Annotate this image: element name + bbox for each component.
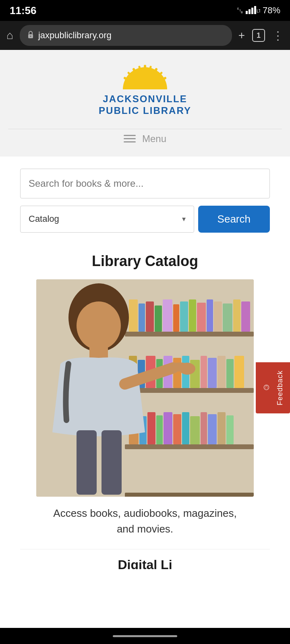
svg-rect-58 [218,412,226,444]
logo-text: JACKSONVILLE PUBLIC LIBRARY [99,93,191,117]
svg-rect-25 [163,299,172,332]
search-input[interactable] [21,169,269,198]
logo-container: JACKSONVILLE PUBLIC LIBRARY [99,62,191,117]
search-controls: Catalog ▾ Search [20,206,270,233]
nav-indicator [113,635,177,637]
search-input-wrapper [20,169,270,198]
svg-rect-46 [226,359,234,388]
svg-rect-56 [201,412,207,444]
svg-rect-59 [226,415,234,444]
svg-rect-52 [164,412,172,444]
main-content: Catalog ▾ Search Library Catalog [0,157,290,581]
svg-rect-20 [125,493,254,497]
new-tab-button[interactable]: + [238,29,245,42]
page-header: JACKSONVILLE PUBLIC LIBRARY Menu [0,50,290,157]
svg-rect-23 [146,301,154,332]
svg-rect-45 [218,356,226,388]
signal-icon: LTE+ [246,5,260,16]
catalog-image [36,279,254,497]
svg-rect-65 [102,430,122,495]
svg-rect-19 [125,444,254,449]
search-button[interactable]: Search [198,206,270,233]
catalog-section: Library Catalog [20,249,270,537]
svg-rect-2 [251,8,253,14]
svg-rect-27 [180,301,188,332]
svg-text:LTE+: LTE+ [257,9,260,13]
library-logo-icon [121,62,169,90]
svg-rect-18 [125,388,254,393]
svg-rect-22 [139,303,145,332]
svg-point-6 [30,35,31,37]
feedback-label: Feedback [276,370,284,405]
status-time: 11:56 [10,4,37,17]
svg-rect-21 [129,299,138,332]
svg-rect-53 [173,414,181,444]
svg-rect-33 [233,299,240,332]
svg-point-63 [179,363,195,375]
browser-controls: + 1 ⋮ [238,29,284,42]
svg-rect-29 [197,303,206,332]
catalog-select-text: Catalog [29,214,59,224]
svg-rect-34 [241,301,250,332]
catalog-title: Library Catalog [92,253,198,270]
svg-point-61 [77,301,121,350]
browser-chrome: ⌂ jaxpubliclibrary.org + 1 ⋮ [0,21,290,50]
svg-rect-43 [201,356,207,388]
svg-rect-24 [155,305,162,332]
library-scene-svg [36,279,254,497]
svg-rect-17 [125,332,254,336]
svg-rect-3 [254,6,256,14]
battery-indicator: 78% [263,5,280,16]
svg-rect-0 [246,11,248,14]
svg-rect-30 [207,299,213,332]
url-text: jaxpubliclibrary.org [38,30,112,41]
chevron-down-icon: ▾ [182,215,186,223]
svg-rect-55 [190,416,200,444]
svg-rect-32 [223,303,232,332]
svg-rect-44 [208,358,217,388]
logo-line1: JACKSONVILLE [103,93,187,105]
svg-rect-57 [208,414,217,444]
browser-home-button[interactable]: ⌂ [6,29,13,42]
status-icons: ␗ LTE+ 78% [237,5,280,16]
svg-rect-64 [77,430,97,495]
svg-rect-28 [189,299,196,332]
logo-line2: PUBLIC LIBRARY [99,105,191,117]
svg-rect-51 [156,415,163,444]
browser-menu-button[interactable]: ⋮ [272,29,284,42]
bluetooth-icon: ␗ [237,6,243,15]
svg-rect-1 [249,9,251,14]
svg-rect-26 [173,304,179,332]
menu-label: Menu [142,133,166,144]
menu-bar[interactable]: Menu [8,129,282,149]
address-bar[interactable]: jaxpubliclibrary.org [20,25,232,46]
svg-rect-47 [234,356,244,388]
svg-rect-31 [214,301,222,332]
feedback-icon: ☺ [261,383,272,393]
bottom-peek-section: Digital Li [20,549,270,569]
feedback-button[interactable]: ☺ Feedback [256,362,290,413]
svg-rect-50 [147,412,155,444]
catalog-description: Access books, audiobooks, magazines, and… [44,506,246,537]
status-bar: 11:56 ␗ LTE+ 78% [0,0,290,21]
nav-bar [0,628,290,644]
bottom-peek-text: Digital Li [118,557,172,569]
search-section: Catalog ▾ Search [20,169,270,233]
lock-icon [27,30,34,41]
svg-rect-54 [182,412,189,444]
catalog-dropdown[interactable]: Catalog ▾ [20,206,194,233]
tabs-button[interactable]: 1 [252,29,265,42]
hamburger-icon [124,135,136,142]
